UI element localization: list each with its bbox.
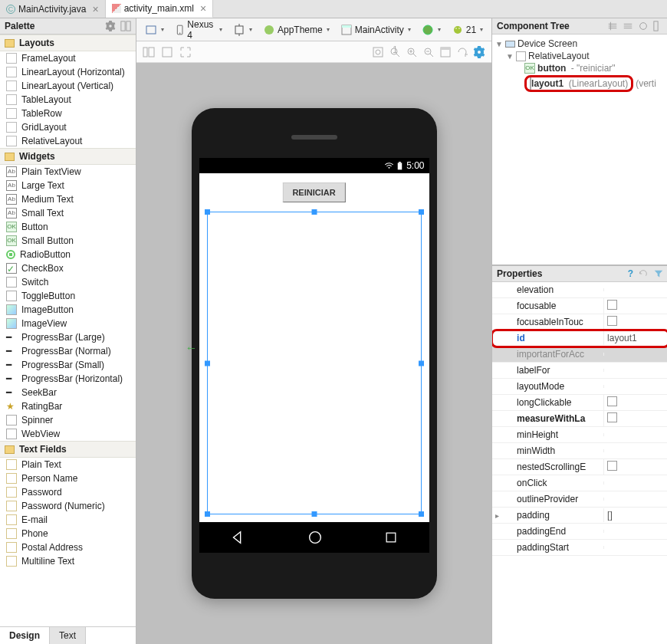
palette-item[interactable]: ━ProgressBar (Large) (0, 330, 136, 344)
viewport-icon[interactable] (161, 46, 173, 58)
property-checkbox[interactable] (607, 316, 617, 326)
property-row[interactable]: paddingEnd (492, 524, 667, 540)
arrange-icon[interactable] (120, 21, 131, 31)
property-row[interactable]: outlineProvider (492, 491, 667, 508)
property-row[interactable]: paddingStart (492, 540, 667, 556)
property-row[interactable]: ▸padding[] (492, 508, 667, 524)
screenshot-icon[interactable] (439, 46, 452, 58)
expand-all-icon[interactable] (607, 21, 618, 31)
resize-handle[interactable] (205, 209, 210, 215)
selection-box[interactable] (207, 212, 422, 514)
palette-item[interactable]: ImageView (0, 317, 136, 330)
palette-item[interactable]: TableLayout (0, 93, 136, 107)
palette-item[interactable]: LinearLayout (Horizontal) (0, 65, 136, 79)
settings-gear-icon[interactable] (473, 46, 485, 58)
palette-item[interactable]: GridLayout (0, 120, 136, 134)
resize-handle[interactable] (311, 209, 317, 215)
palette-group[interactable]: Widgets (0, 148, 136, 165)
palette-item[interactable]: Password (0, 485, 136, 499)
palette-item[interactable]: AbLarge Text (0, 179, 136, 192)
property-row[interactable]: elevation (492, 282, 667, 298)
palette-item[interactable]: Multiline Text (0, 554, 136, 568)
property-row[interactable]: layoutMode (492, 379, 667, 395)
palette-item[interactable]: Person Name (0, 472, 136, 485)
palette-item[interactable]: Password (Numeric) (0, 499, 136, 513)
resize-handle[interactable] (419, 209, 424, 215)
palette-item[interactable]: Switch (0, 275, 136, 289)
palette-item[interactable]: Spinner (0, 413, 136, 427)
resize-handle[interactable] (419, 360, 424, 366)
design-tab[interactable]: Design (0, 627, 50, 644)
orientation-button[interactable]: ▾ (229, 21, 256, 38)
palette-item[interactable]: WebView (0, 427, 136, 441)
expand-arrow-icon[interactable]: ▼ (495, 40, 503, 48)
tree-node-relativelayout[interactable]: ▼ RelativeLayout (495, 50, 667, 62)
design-canvas[interactable]: 5:00 REINICIAR ← (136, 63, 491, 644)
zoom-in-icon[interactable] (406, 46, 418, 58)
reiniciar-button[interactable]: REINICIAR (282, 182, 345, 202)
palette-item[interactable]: AbMedium Text (0, 192, 136, 206)
property-row[interactable]: onClick (492, 475, 667, 491)
tree-node-device[interactable]: ▼ Device Screen (495, 38, 667, 50)
property-row[interactable]: measureWithLa (492, 411, 667, 427)
property-row[interactable]: idlayout1 (492, 330, 667, 347)
palette-item[interactable]: AbSmall Text (0, 206, 136, 220)
refresh-icon[interactable] (456, 46, 468, 58)
expand-icon[interactable] (179, 46, 192, 58)
property-row[interactable]: nestedScrollingE (492, 459, 667, 475)
palette-item[interactable]: ━ProgressBar (Horizontal) (0, 372, 136, 386)
property-value[interactable]: [] (607, 510, 613, 521)
palette-item[interactable]: Postal Address (0, 540, 136, 554)
property-row[interactable]: focusableInTouc (492, 314, 667, 330)
palette-item[interactable]: AbPlain TextView (0, 165, 136, 179)
tree-node-button[interactable]: OK button - "reiniciar" (495, 62, 667, 74)
theme-selector[interactable]: AppTheme▾ (259, 21, 334, 38)
palette-item[interactable]: ImageButton (0, 303, 136, 317)
palette-item[interactable]: OKSmall Button (0, 234, 136, 248)
expand-arrow-icon[interactable]: ▼ (506, 52, 514, 61)
palette-group[interactable]: Text Fields (0, 441, 136, 458)
property-checkbox[interactable] (607, 396, 617, 406)
property-row[interactable]: minHeight (492, 427, 667, 443)
property-checkbox[interactable] (607, 300, 617, 310)
properties-table[interactable]: elevationfocusablefocusableInToucidlayou… (492, 282, 667, 644)
property-row[interactable]: longClickable (492, 395, 667, 411)
tab-main-activity-java[interactable]: C MainActivity.java × (0, 0, 106, 18)
layout-preview[interactable]: REINICIAR ← (199, 173, 429, 522)
property-value[interactable]: layout1 (607, 333, 637, 343)
palette-item[interactable]: OKButton (0, 220, 136, 234)
palette-item[interactable]: ━ProgressBar (Normal) (0, 344, 136, 358)
palette-item[interactable]: RadioButton (0, 248, 136, 261)
zoom-fit-icon[interactable] (372, 46, 384, 58)
palette-group[interactable]: Layouts (0, 34, 136, 51)
palette-item[interactable]: ✓CheckBox (0, 261, 136, 275)
close-icon[interactable]: × (92, 3, 98, 15)
device-selector[interactable]: Nexus 4▾ (171, 17, 226, 43)
resize-handle[interactable] (205, 511, 210, 517)
close-icon[interactable]: × (200, 2, 206, 15)
help-icon[interactable]: ? (628, 268, 633, 279)
palette-item[interactable]: ━ProgressBar (Small) (0, 358, 136, 372)
palette-item[interactable]: Plain Text (0, 458, 136, 472)
filter-icon[interactable] (653, 268, 664, 279)
property-checkbox[interactable] (607, 412, 617, 422)
resize-handle[interactable] (419, 511, 424, 517)
palette-item[interactable]: ━SeekBar (0, 386, 136, 399)
property-checkbox[interactable] (607, 461, 617, 471)
activity-selector[interactable]: MainActivity▾ (337, 21, 415, 38)
property-row[interactable]: minWidth (492, 443, 667, 459)
property-row[interactable]: importantForAcc (492, 347, 667, 363)
text-tab[interactable]: Text (50, 627, 86, 644)
api-selector[interactable]: 21▾ (448, 21, 487, 38)
component-tree[interactable]: ▼ Device Screen ▼ RelativeLayout OK butt… (492, 34, 667, 264)
palette-item[interactable]: ★RatingBar (0, 399, 136, 413)
palette-item[interactable]: Phone (0, 527, 136, 540)
property-row[interactable]: focusable (492, 298, 667, 314)
undo-icon[interactable] (638, 268, 649, 279)
palette-item[interactable]: TableRow (0, 107, 136, 120)
property-row[interactable]: labelFor (492, 363, 667, 379)
palette-toggle-icon[interactable] (143, 46, 155, 58)
arrange-icon[interactable] (653, 21, 664, 31)
locale-button[interactable]: ▾ (418, 21, 445, 38)
palette-list[interactable]: LayoutsFrameLayoutLinearLayout (Horizont… (0, 34, 136, 626)
